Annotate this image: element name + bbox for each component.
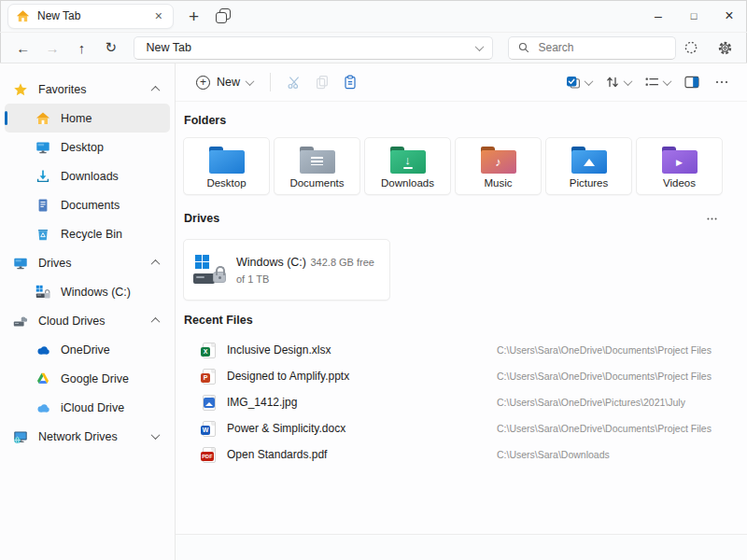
folder-card[interactable]: Documents — [274, 137, 360, 195]
sidebar-item[interactable]: Windows (C:) — [5, 277, 170, 306]
sidebar-item[interactable]: Downloads — [5, 161, 170, 190]
folder-card[interactable]: Downloads — [364, 137, 451, 195]
chevron-icon[interactable] — [151, 86, 161, 95]
drives-more-button[interactable] — [699, 208, 724, 229]
folder-label: Videos — [663, 177, 696, 189]
sidebar-item-icon — [13, 429, 28, 444]
cut-scissors-icon — [287, 75, 302, 90]
navbar-right-actions — [678, 35, 738, 60]
forward-button[interactable]: → — [38, 35, 65, 60]
toolbar-divider — [270, 73, 271, 91]
more-ellipsis-icon — [706, 213, 718, 225]
more-options-button[interactable] — [708, 68, 736, 96]
recent-file-row[interactable]: PDF Open Standards.pdf C:\Users\Sara\Dow… — [183, 441, 724, 468]
sidebar-item[interactable]: OneDrive — [5, 335, 170, 364]
bitlocker-lock-icon — [213, 272, 226, 283]
refresh-button[interactable]: ↻ — [97, 35, 124, 60]
chevron-icon[interactable] — [151, 317, 161, 327]
view-list-icon — [644, 75, 659, 90]
folders-heading-row: Folders — [184, 114, 724, 127]
folder-icon — [300, 147, 335, 174]
sidebar-item-label: Home — [61, 112, 170, 125]
drive-card[interactable]: Windows (C:) 342.8 GB free of 1 TB — [183, 239, 390, 301]
new-tab-button[interactable]: + — [185, 7, 203, 25]
recent-file-name: Open Standards.pdf — [227, 448, 497, 461]
cut-button[interactable] — [280, 68, 308, 96]
sidebar-item[interactable]: Google Drive — [5, 364, 170, 393]
recent-file-name: Power & Simplicity.docx — [227, 422, 497, 435]
recent-files-list: X Inclusive Design.xlsx C:\Users\Sara\On… — [183, 337, 724, 468]
file-type-icon — [203, 395, 216, 411]
windows-flag-icon — [195, 255, 202, 261]
drive-name: Windows (C:) — [236, 256, 306, 269]
recent-files-heading: Recent Files — [184, 314, 253, 327]
sidebar-item[interactable]: Drives — [5, 248, 170, 277]
sidebar-item[interactable]: Home — [5, 104, 170, 133]
command-bar-right — [560, 68, 736, 96]
recent-file-row[interactable]: P Designed to Amplify.pptx C:\Users\Sara… — [183, 363, 724, 389]
recent-file-row[interactable]: X Inclusive Design.xlsx C:\Users\Sara\On… — [183, 337, 724, 363]
recent-file-row[interactable]: W Power & Simplicity.docx C:\Users\Sara\… — [183, 415, 724, 441]
folder-card[interactable]: Desktop — [183, 137, 270, 195]
search-input[interactable] — [537, 40, 667, 55]
sidebar-item-label: Drives — [38, 257, 152, 270]
file-type-badge — [204, 398, 215, 408]
recent-file-name: Inclusive Design.xlsx — [227, 343, 497, 357]
address-input[interactable] — [144, 40, 475, 55]
tab-close-icon[interactable]: × — [152, 8, 165, 23]
folder-glyph-icon — [571, 150, 607, 174]
chevron-icon[interactable] — [151, 259, 161, 269]
windows-drive-lock-icon — [193, 253, 227, 287]
recent-file-name: IMG_1412.jpg — [227, 396, 497, 409]
back-button[interactable]: ← — [9, 35, 36, 60]
sidebar-item[interactable]: Desktop — [5, 133, 170, 161]
sidebar-item[interactable]: Documents — [5, 190, 170, 219]
folder-glyph-icon — [481, 150, 516, 174]
up-button[interactable]: ↑ — [68, 35, 95, 60]
folder-glyph-icon — [209, 150, 245, 174]
close-button[interactable]: × — [712, 7, 747, 24]
folder-card[interactable]: Music — [455, 137, 542, 195]
sidebar-item-label: Windows (C:) — [61, 286, 170, 299]
settings-gear-icon[interactable] — [712, 35, 738, 60]
folder-label: Music — [484, 177, 512, 189]
chevron-icon[interactable] — [151, 430, 161, 440]
recent-file-row[interactable]: IMG_1412.jpg C:\Users\Sara\OneDrive\Pict… — [183, 389, 724, 415]
tab-list-icon[interactable] — [216, 8, 231, 23]
address-bar[interactable] — [134, 36, 492, 60]
search-box[interactable] — [508, 36, 676, 60]
sidebar-item[interactable]: Recycle Bin — [5, 219, 170, 248]
folder-icon — [571, 147, 607, 174]
more-ellipsis-icon — [714, 75, 729, 90]
address-dropdown-chevron-icon[interactable] — [474, 42, 484, 51]
sidebar-item[interactable]: iCloud Drive — [5, 393, 170, 422]
minimize-button[interactable]: – — [641, 8, 676, 23]
sidebar-item[interactable]: Favorites — [5, 75, 170, 104]
folder-card[interactable]: Videos — [636, 137, 723, 195]
new-button[interactable]: + New — [189, 68, 261, 96]
main-pane: + New — [176, 63, 747, 560]
select-all-button[interactable] — [560, 68, 598, 96]
maximize-button[interactable]: □ — [676, 10, 712, 21]
folder-icon — [662, 147, 698, 174]
tab-new-tab[interactable]: New Tab × — [7, 4, 174, 29]
recent-file-path: C:\Users\Sara\Downloads — [497, 449, 610, 460]
search-icon — [517, 41, 530, 54]
details-pane-button[interactable] — [678, 68, 706, 96]
sidebar-item-icon — [35, 227, 50, 242]
folder-label: Desktop — [206, 177, 246, 189]
sidebar-item-label: Google Drive — [61, 372, 170, 385]
dotted-circle-icon[interactable] — [678, 35, 704, 60]
view-button[interactable] — [639, 68, 676, 96]
sidebar-item[interactable]: Network Drives — [5, 422, 170, 451]
tab-bar: New Tab × + – □ × — [0, 0, 747, 33]
sort-button[interactable] — [599, 68, 637, 96]
sidebar-item[interactable]: Cloud Drives — [5, 306, 170, 335]
sidebar-item-icon — [13, 256, 28, 271]
folder-glyph-icon — [662, 150, 698, 174]
sidebar-item-label: Cloud Drives — [38, 315, 152, 328]
copy-button[interactable] — [308, 68, 336, 96]
folder-card[interactable]: Pictures — [545, 137, 632, 195]
chevron-down-icon — [624, 77, 633, 86]
paste-button[interactable] — [336, 68, 364, 96]
